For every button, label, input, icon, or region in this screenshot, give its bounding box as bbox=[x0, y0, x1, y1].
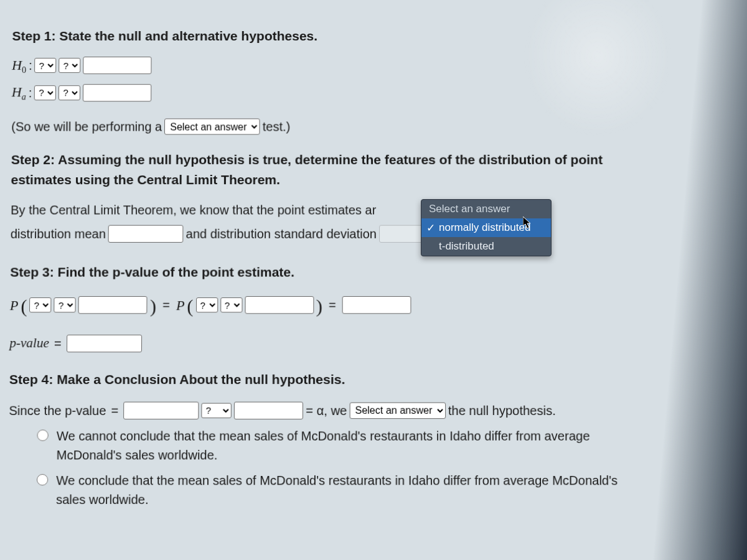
h0-param-select[interactable]: ? bbox=[35, 58, 57, 73]
h0-symbol: H0 bbox=[12, 55, 26, 77]
pvalue-row: p-value = bbox=[9, 334, 738, 353]
clt-text-pre: By the Central Limit Theorem, we know th… bbox=[11, 201, 376, 220]
ha-operator-select[interactable]: ? bbox=[59, 85, 80, 100]
pvalue-eq: = bbox=[54, 334, 62, 352]
null-post: the null hypothesis. bbox=[448, 401, 556, 420]
test-sentence-pre: (So we will be performing a bbox=[11, 118, 162, 136]
eq-2: = bbox=[329, 296, 336, 314]
ha-symbol: Ha bbox=[12, 82, 26, 104]
p1-op-select[interactable]: ? bbox=[54, 297, 76, 312]
conclusion-radio-2[interactable] bbox=[37, 474, 48, 485]
conclusion-radio-1-label: We cannot conclude that the mean sales o… bbox=[57, 426, 651, 464]
dropdown-header: Select an answer bbox=[421, 200, 551, 218]
pvalue-label: p-value bbox=[9, 334, 49, 353]
test-type-row: (So we will be performing a Select an an… bbox=[11, 118, 736, 136]
ha-colon: : bbox=[29, 83, 32, 102]
p-result-input[interactable] bbox=[342, 296, 411, 314]
conclusion-radio-2-row: We conclude that the mean sales of McDon… bbox=[34, 471, 651, 509]
h0-operator-select[interactable]: ? bbox=[59, 58, 81, 73]
ha-value-input[interactable] bbox=[83, 84, 151, 101]
pvalue-input[interactable] bbox=[67, 334, 142, 352]
dist-mean-label: distribution mean bbox=[11, 225, 106, 243]
step2-heading: Step 2: Assuming the null hypothesis is … bbox=[11, 150, 636, 189]
p1-value-input[interactable] bbox=[78, 296, 148, 314]
dropdown-option-normal[interactable]: normally distributed bbox=[421, 218, 551, 237]
clt-row-1: By the Central Limit Theorem, we know th… bbox=[11, 201, 736, 220]
conclusion-pvalue-input[interactable] bbox=[123, 401, 199, 419]
p2-var-select[interactable]: ? bbox=[196, 297, 218, 312]
test-type-select[interactable]: Select an answer bbox=[164, 119, 260, 135]
h0-colon: : bbox=[29, 56, 32, 75]
alpha-text: = α, we bbox=[306, 401, 347, 420]
conclusion-radio-1[interactable] bbox=[37, 429, 48, 441]
decision-select[interactable]: Select an answer bbox=[349, 402, 445, 418]
dist-mean-input[interactable] bbox=[108, 225, 184, 243]
conclusion-radio-2-label: We conclude that the mean sales of McDon… bbox=[56, 471, 651, 509]
conclusion-radio-1-row: We cannot conclude that the mean sales o… bbox=[34, 426, 651, 464]
compare-op-select[interactable]: ? bbox=[202, 403, 232, 418]
worksheet-content: Step 1: State the null and alternative h… bbox=[0, 0, 747, 526]
p-symbol-2: P bbox=[176, 295, 185, 315]
h0-row: H0 : ? ? bbox=[12, 55, 735, 77]
p2-value-input[interactable] bbox=[245, 296, 314, 314]
p1-var-select[interactable]: ? bbox=[29, 297, 51, 312]
test-sentence-post: test.) bbox=[263, 118, 291, 136]
clt-row-2: distribution mean and distribution stand… bbox=[11, 225, 737, 243]
step1-heading: Step 1: State the null and alternative h… bbox=[12, 26, 735, 46]
h0-value-input[interactable] bbox=[83, 57, 152, 74]
distribution-dropdown-open[interactable]: Select an answer normally distributed t-… bbox=[421, 199, 552, 256]
pvalue-calc-row: P( ? ? ) = P( ? ? ) = bbox=[10, 295, 738, 315]
dist-sd-label: and distribution standard deviation bbox=[186, 225, 377, 243]
conclusion-row: Since the p-value = ? = α, we Select an … bbox=[9, 401, 738, 420]
ha-param-select[interactable]: ? bbox=[34, 85, 56, 100]
step4-heading: Step 4: Make a Conclusion About the null… bbox=[9, 370, 738, 390]
since-eq: = bbox=[111, 401, 118, 420]
p-symbol-1: P bbox=[10, 295, 19, 315]
step3-heading: Step 3: Find the p-value of the point es… bbox=[10, 263, 737, 282]
alpha-input[interactable] bbox=[234, 401, 303, 419]
dropdown-option-t[interactable]: t-distributed bbox=[421, 237, 551, 256]
ha-row: Ha : ? ? bbox=[12, 82, 736, 104]
eq-1: = bbox=[162, 296, 170, 314]
p2-op-select[interactable]: ? bbox=[220, 297, 242, 312]
since-pre: Since the p-value bbox=[9, 401, 106, 420]
